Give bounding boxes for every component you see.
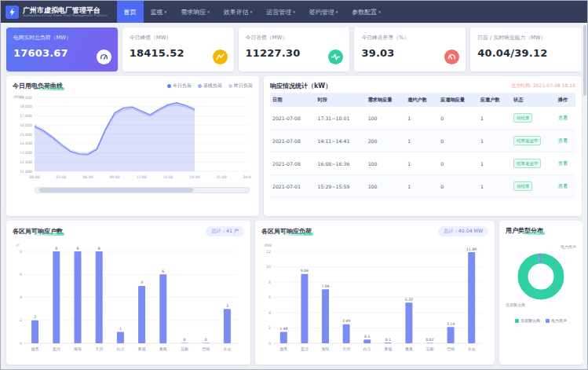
legend-item[interactable]: 电力用户 (546, 318, 567, 323)
cell-period: 15:29~15:59 (315, 175, 365, 198)
svg-text:21:00: 21:00 (216, 175, 226, 179)
chevron-down-icon: ▾ (207, 9, 210, 14)
svg-text:9.04: 9.04 (301, 269, 309, 273)
legend-swatch (167, 84, 171, 88)
cell-resp_users: 1 (478, 152, 511, 175)
rate-icon (444, 49, 459, 64)
nav-item-3[interactable]: 需求响应▾ (173, 1, 217, 23)
svg-text:番禺: 番禺 (159, 346, 167, 351)
svg-text:8: 8 (20, 250, 22, 254)
legend-item[interactable]: 基线负荷 (198, 82, 222, 90)
nav-item-5[interactable]: 运营管理▾ (259, 1, 302, 23)
nav-item-label: 监视 (151, 8, 163, 16)
view-link[interactable]: 查看 (558, 160, 568, 166)
svg-text:14,000: 14,000 (20, 141, 32, 145)
column-header: 应邀响应量 (438, 93, 478, 107)
cell-resp_users: 1 (478, 175, 511, 198)
district-load-title: 各区局可响应负荷 (261, 227, 312, 236)
nav-item-4[interactable]: 效果评估▾ (217, 1, 260, 23)
legend-label: 昨日负荷 (234, 82, 253, 90)
legend-item[interactable]: 负荷聚合商 (515, 318, 540, 323)
svg-text:06:00: 06:00 (82, 175, 93, 179)
svg-text:海珠: 海珠 (322, 346, 330, 352)
cell-invited: 1 (405, 152, 438, 175)
chart-zoom-slider-range[interactable] (39, 188, 193, 192)
nav-item-6[interactable]: 签约管理▾ (302, 1, 345, 23)
cell-date: 2021-07-08 (270, 107, 315, 130)
svg-text:荔湾: 荔湾 (301, 346, 309, 352)
svg-text:花都: 花都 (426, 346, 434, 352)
legend-swatch (198, 84, 202, 88)
view-link[interactable]: 查看 (558, 183, 568, 189)
status-badge: 待结算 (513, 181, 533, 191)
status-badge: 待结算 (513, 113, 533, 123)
svg-text:0.1: 0.1 (385, 338, 391, 342)
total-households-badge: 总计：41 户 (206, 226, 244, 236)
user-type-header: 用户类型分布 (506, 226, 576, 235)
svg-text:12: 12 (266, 250, 271, 254)
cell-responded: 0 (438, 152, 478, 175)
svg-text:24:00: 24:00 (243, 175, 251, 179)
column-header: 需求响应量 (366, 93, 406, 107)
svg-text:13,000: 13,000 (20, 151, 32, 155)
total-load-badge: 总计：40.04 MW (438, 226, 488, 236)
table-row: 2021-07-0115:29~15:59100101待结算查看 (270, 175, 575, 198)
load-curve-title: 今日用电负荷曲线 (13, 82, 63, 90)
svg-text:10: 10 (266, 265, 271, 269)
cell-period: 17:31~18:01 (315, 107, 365, 130)
svg-text:8: 8 (98, 247, 100, 251)
chart-zoom-slider[interactable] (35, 187, 250, 193)
app-subtitle: Guangzhou Virtual Power Plant Management… (23, 14, 108, 18)
view-link[interactable]: 查看 (558, 115, 568, 120)
chevron-down-icon: ▾ (293, 9, 295, 14)
svg-text:0: 0 (184, 338, 186, 342)
load-curve-y-unit: (MW) (13, 95, 24, 99)
cell-resp_users: 1 (478, 130, 511, 152)
page-scrollbar[interactable] (583, 24, 586, 368)
district-households-header: 各区局可响应户数 总计：41 户 (13, 226, 244, 236)
svg-text:8: 8 (77, 247, 79, 251)
response-table: 日期时段需求响应量邀约户数应邀响应量应邀户数状态操作 2021-07-0817:… (270, 93, 575, 198)
beijing-time-label: 北京时间: 2021-07-08 18:16 (511, 82, 575, 90)
svg-text:0: 0 (20, 342, 22, 346)
svg-text:6: 6 (20, 273, 22, 277)
user-type-legend: 负荷聚合商电力用户 (506, 318, 576, 323)
legend-item[interactable]: 昨日负荷 (228, 82, 253, 90)
svg-text:越秀: 越秀 (279, 346, 287, 352)
cell-responded: 0 (438, 107, 478, 130)
middle-row: 今日用电负荷曲线 今日负荷基线负荷昨日负荷 (MW) 19,00018,0001… (6, 76, 582, 216)
legend-swatch (515, 319, 519, 323)
view-link[interactable]: 查看 (558, 137, 568, 143)
nav-item-2[interactable]: 监视▾ (144, 1, 174, 23)
page-scrollbar-thumb[interactable] (583, 25, 586, 96)
user-type-panel: 用户类型分布 电力用户 负荷聚合商 负荷聚合商电力用户 (499, 221, 583, 365)
nav-item-label: 首页 (124, 8, 137, 16)
legend-swatch (546, 319, 550, 323)
nav-item-7[interactable]: 参数配置▾ (345, 1, 388, 23)
lightning-icon (8, 8, 16, 16)
cell-resp_users: 1 (478, 107, 511, 130)
cell-date: 2021-07-08 (270, 152, 315, 175)
gauge-icon (97, 49, 111, 64)
nav-item-1[interactable]: 首页 (117, 1, 144, 23)
svg-text:00:00: 00:00 (29, 175, 39, 179)
kpi-label: 今日峰值（MW） (130, 34, 227, 42)
app-logo-icon (5, 5, 19, 19)
legend-label: 电力用户 (551, 318, 567, 323)
cell-demand: 100 (366, 175, 406, 198)
column-header: 操作 (556, 93, 575, 107)
peak-icon (213, 49, 228, 64)
cell-demand: 100 (366, 107, 406, 130)
svg-text:16,000: 16,000 (20, 123, 32, 127)
chevron-down-icon: ▾ (250, 9, 253, 14)
chevron-down-icon: ▾ (336, 9, 338, 14)
kpi-card-2: 今日峰值（MW）18415.52 (122, 27, 234, 71)
svg-text:12,000: 12,000 (20, 160, 32, 164)
kpi-card-3: 今日谷值（MW）11227.30 (239, 27, 350, 71)
svg-text:0.02: 0.02 (425, 338, 433, 342)
column-header: 时段 (315, 93, 365, 107)
svg-text:5.32: 5.32 (405, 298, 413, 302)
load-curve-header: 今日用电负荷曲线 今日负荷基线负荷昨日负荷 (13, 82, 253, 90)
legend-item[interactable]: 今日负荷 (167, 82, 192, 90)
svg-text:4: 4 (20, 295, 22, 299)
